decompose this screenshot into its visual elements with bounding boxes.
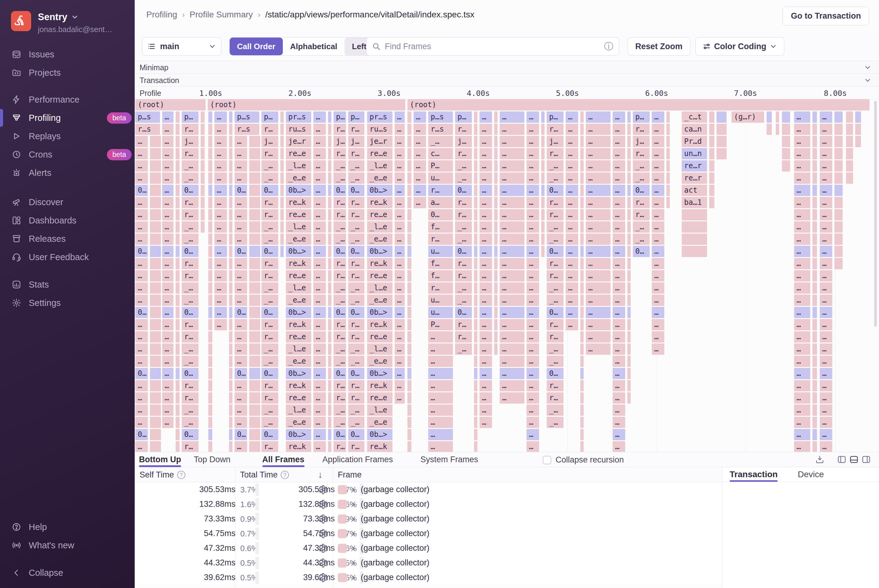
flame-cell[interactable] — [834, 148, 843, 159]
flame-cell[interactable]: c… — [428, 148, 453, 159]
flame-cell[interactable]: _… — [182, 160, 198, 172]
flame-cell[interactable] — [813, 197, 817, 208]
frame-header[interactable]: Frame — [338, 470, 362, 480]
flame-cell[interactable] — [150, 185, 161, 196]
flame-cell[interactable]: … — [234, 136, 247, 147]
flame-cell[interactable] — [717, 136, 727, 147]
flame-cell[interactable] — [474, 392, 477, 404]
flame-cell[interactable]: … — [652, 258, 664, 269]
flame-cell[interactable] — [666, 136, 670, 147]
flame-cell[interactable]: … — [479, 307, 492, 318]
flame-cell[interactable]: _… — [261, 405, 278, 416]
flame-cell[interactable]: r… — [633, 209, 650, 220]
flame-cell[interactable]: … — [527, 111, 539, 123]
frame-expand-chevron-icon[interactable]: › — [352, 573, 355, 582]
flame-cell[interactable] — [627, 356, 631, 367]
flame-cell[interactable] — [208, 246, 212, 257]
flame-cell[interactable]: 0… — [633, 246, 650, 257]
flame-cell[interactable]: r… — [334, 270, 346, 282]
flame-cell[interactable] — [580, 209, 584, 220]
flame-cell[interactable]: p… — [547, 111, 563, 123]
flame-cell[interactable]: … — [613, 319, 625, 330]
flame-cell[interactable] — [855, 111, 861, 123]
flame-cell[interactable] — [580, 368, 584, 379]
flame-cell[interactable] — [208, 417, 212, 428]
frame-expand-chevron-icon[interactable]: › — [352, 514, 355, 524]
flame-cell[interactable]: _… — [261, 172, 278, 184]
flame-cell[interactable]: … — [428, 429, 453, 440]
flame-cell[interactable]: r… — [182, 441, 198, 452]
flame-cell[interactable]: re…r — [682, 172, 707, 184]
flame-cell[interactable] — [474, 295, 477, 306]
flame-cell[interactable] — [150, 429, 161, 440]
flame-cell[interactable] — [150, 258, 161, 269]
flame-cell[interactable]: … — [527, 307, 539, 318]
flame-cell[interactable]: _… — [455, 172, 472, 184]
flame-cell[interactable]: … — [413, 124, 426, 135]
flame-cell[interactable] — [280, 234, 284, 245]
flame-cell[interactable]: … — [820, 319, 832, 330]
flame-cell[interactable] — [150, 282, 161, 294]
flame-cell[interactable]: a… — [428, 197, 453, 208]
flame-cell[interactable] — [627, 234, 631, 245]
flame-cell[interactable]: … — [215, 197, 227, 208]
flame-cell[interactable]: … — [234, 234, 247, 245]
flame-cell[interactable] — [150, 344, 161, 355]
flame-cell[interactable] — [249, 417, 260, 428]
flame-cell[interactable] — [580, 331, 584, 342]
flame-cell[interactable] — [249, 380, 260, 392]
flame-cell[interactable]: … — [234, 197, 247, 208]
flame-cell[interactable]: r… — [261, 258, 278, 269]
flame-cell[interactable] — [813, 392, 817, 404]
flame-cell[interactable] — [176, 185, 180, 196]
flame-cell[interactable]: ru…s — [286, 124, 311, 135]
flame-cell[interactable]: … — [215, 111, 227, 123]
flame-cell[interactable] — [494, 295, 497, 306]
flame-cell[interactable]: … — [527, 258, 539, 269]
flame-cell[interactable] — [249, 197, 260, 208]
flame-cell[interactable]: … — [794, 209, 810, 220]
flame-cell[interactable] — [666, 197, 670, 208]
flame-cell[interactable]: ba…1 — [682, 197, 707, 208]
flame-cell[interactable]: … — [135, 270, 148, 282]
flame-cell[interactable]: f… — [428, 221, 453, 232]
flame-cell[interactable]: … — [527, 136, 539, 147]
flame-cell[interactable]: … — [234, 270, 247, 282]
flame-cell[interactable]: 0… — [547, 246, 563, 257]
flame-cell[interactable]: pr…s — [286, 111, 311, 123]
sidebar-item-discover[interactable]: Discover — [0, 194, 135, 211]
flame-cell[interactable]: … — [135, 417, 148, 428]
flame-cell[interactable]: _l…e — [286, 221, 311, 232]
flame-cell[interactable]: _… — [334, 405, 346, 416]
flame-cell[interactable]: r… — [334, 380, 346, 392]
flame-cell[interactable]: _… — [633, 221, 650, 232]
flame-cell[interactable] — [834, 258, 843, 269]
flame-cell[interactable]: … — [500, 392, 524, 404]
flame-cell[interactable] — [249, 270, 260, 282]
flame-cell[interactable]: … — [820, 356, 832, 367]
self-time-header[interactable]: Self Time? — [140, 470, 185, 480]
flame-cell[interactable] — [580, 417, 584, 428]
flame-cell[interactable] — [580, 136, 584, 147]
flame-cell[interactable]: … — [313, 160, 326, 172]
flame-cell[interactable]: … — [500, 368, 524, 379]
flame-cell[interactable] — [846, 124, 853, 135]
flame-cell[interactable]: … — [566, 258, 578, 269]
flame-cell[interactable]: … — [794, 331, 810, 342]
flame-cell[interactable]: … — [820, 331, 832, 342]
flame-cell[interactable] — [407, 148, 412, 159]
flame-cell[interactable] — [474, 380, 477, 392]
flame-cell[interactable] — [280, 148, 284, 159]
flame-cell[interactable] — [150, 295, 161, 306]
flame-cell[interactable]: … — [794, 429, 810, 440]
flame-cell[interactable] — [474, 282, 477, 294]
flame-cell[interactable]: _l…e — [286, 282, 311, 294]
flame-cell[interactable]: … — [479, 331, 492, 342]
flame-cell[interactable]: 0… — [334, 185, 346, 196]
flame-cell[interactable]: … — [215, 185, 227, 196]
flame-cell[interactable] — [176, 380, 180, 392]
flame-cell[interactable]: re…e — [367, 209, 392, 220]
flame-cell[interactable]: … — [820, 282, 832, 294]
flame-cell[interactable]: … — [566, 136, 578, 147]
flame-cell[interactable] — [407, 356, 412, 367]
